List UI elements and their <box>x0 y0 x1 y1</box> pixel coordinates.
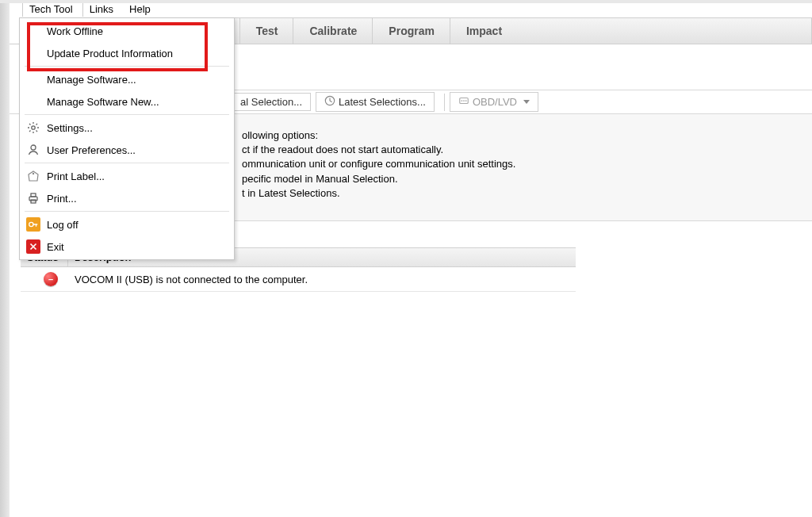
tab-calibrate[interactable]: Calibrate <box>293 17 373 44</box>
obd-lvd-label: OBD/LVD <box>473 96 517 108</box>
manual-selection-label: al Selection... <box>240 96 302 108</box>
instruction-line: t in Latest Selections. <box>242 186 802 201</box>
key-icon <box>26 217 40 232</box>
menu-item-label: Manage Software New... <box>47 96 159 108</box>
menu-print-label[interactable]: Print Label... <box>21 165 232 187</box>
svg-point-14 <box>31 145 36 150</box>
menu-update-product-information[interactable]: Update Product Information <box>21 42 232 64</box>
svg-point-15 <box>33 173 34 174</box>
svg-line-11 <box>36 131 38 132</box>
latest-selections-label: Latest Selections... <box>339 96 426 108</box>
tab-impact[interactable]: Impact <box>450 17 518 44</box>
menu-item-label: Settings... <box>47 122 93 134</box>
svg-line-10 <box>29 124 31 125</box>
latest-selections-button[interactable]: Latest Selections... <box>316 92 435 112</box>
instruction-line: pecific model in Manual Selection. <box>242 172 802 186</box>
gear-icon <box>26 121 40 135</box>
menu-tech-tool[interactable]: Tech Tool <box>22 1 83 17</box>
tab-test[interactable]: Test <box>239 17 294 44</box>
menu-item-label: Print Label... <box>47 170 105 182</box>
menu-item-label: Print... <box>47 193 77 205</box>
menu-item-label: User Preferences... <box>47 144 136 156</box>
menu-user-preferences[interactable]: User Preferences... <box>21 139 232 161</box>
obd-lvd-button[interactable]: OBD/LVD <box>450 92 538 112</box>
menu-exit[interactable]: Exit <box>21 236 232 258</box>
connector-icon <box>458 95 469 109</box>
menu-log-off[interactable]: Log off <box>21 213 232 236</box>
connectivity-row: – VOCOM II (USB) is not connected to the… <box>21 267 576 292</box>
menu-item-label: Manage Software... <box>47 74 136 86</box>
close-icon <box>26 239 40 254</box>
svg-point-3 <box>463 100 465 101</box>
chevron-down-icon <box>523 100 530 104</box>
menu-item-label: Log off <box>47 219 79 231</box>
svg-line-13 <box>36 124 38 125</box>
connectivity-description: VOCOM II (USB) is not connected to the c… <box>75 274 569 285</box>
printer-icon <box>26 191 40 205</box>
svg-rect-17 <box>31 193 36 197</box>
menu-manage-software-new[interactable]: Manage Software New... <box>21 90 232 113</box>
svg-point-19 <box>29 222 33 226</box>
menu-item-label: Work Offline <box>47 25 103 37</box>
menu-print[interactable]: Print... <box>21 187 232 209</box>
svg-point-4 <box>465 100 467 101</box>
error-icon: – <box>44 272 58 286</box>
manual-selection-button[interactable]: al Selection... <box>232 93 311 111</box>
tab-program[interactable]: Program <box>372 17 450 44</box>
svg-line-12 <box>29 131 31 132</box>
menu-settings[interactable]: Settings... <box>21 117 232 139</box>
menu-work-offline[interactable]: Work Offline <box>21 20 232 42</box>
svg-point-2 <box>461 100 462 101</box>
menu-help[interactable]: Help <box>123 2 160 17</box>
instruction-line: ommunication unit or configure communica… <box>242 157 802 171</box>
menu-manage-software[interactable]: Manage Software... <box>21 68 232 90</box>
tech-tool-dropdown: Work Offline Update Product Information … <box>19 17 235 260</box>
instruction-line: ollowing options: <box>242 128 802 143</box>
tag-icon <box>26 169 40 183</box>
menu-links[interactable]: Links <box>83 2 123 17</box>
user-icon <box>26 143 40 157</box>
svg-point-5 <box>32 126 35 129</box>
instruction-line: ct if the readout does not start automat… <box>242 143 802 157</box>
clock-icon <box>324 95 335 109</box>
menu-item-label: Exit <box>47 241 64 253</box>
menu-item-label: Update Product Information <box>47 48 173 59</box>
